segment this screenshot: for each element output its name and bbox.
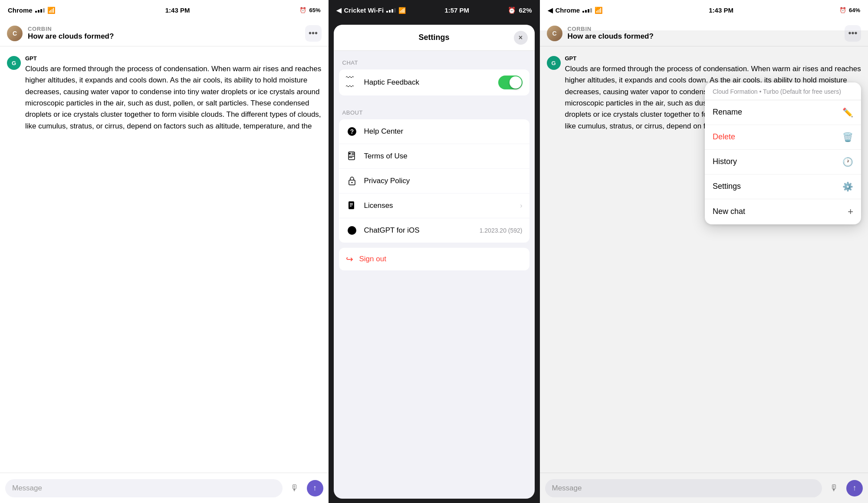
settings-about-group: ? Help Center [339, 119, 529, 243]
header-text-left: CORBIN How are clouds formed? [28, 26, 300, 41]
history-icon: 🕐 [842, 157, 853, 167]
gpt-content-left: GPT Clouds are formed through the proces… [25, 55, 322, 132]
carrier-left: Chrome [8, 7, 33, 14]
left-chat-header: C CORBIN How are clouds formed? ••• [0, 20, 329, 46]
licenses-icon [346, 200, 358, 212]
terms-of-use-label: Terms of Use [364, 152, 523, 161]
haptic-toggle[interactable] [498, 76, 523, 89]
settings-label: Settings [713, 182, 836, 191]
svg-point-14 [348, 226, 356, 235]
delete-icon: 🗑️ [842, 132, 853, 142]
new-chat-icon: + [848, 206, 853, 217]
right-status-bar: ◀ Chrome 📶 1:43 PM ⏰ 64% [540, 0, 868, 20]
new-chat-item[interactable]: New chat + [705, 199, 861, 224]
chat-input-bar-left: Message 🎙 ↑ [0, 473, 329, 503]
haptic-feedback-row[interactable]: 〰〰 Haptic Feedback [339, 69, 529, 95]
licenses-label: Licenses [364, 201, 514, 210]
help-center-label: Help Center [364, 127, 523, 136]
svg-rect-3 [349, 153, 351, 155]
battery-middle: 62% [519, 7, 532, 14]
sign-out-group: ↪ Sign out [339, 248, 529, 270]
chatgpt-ios-row[interactable]: ChatGPT for iOS 1.2023.20 (592) [339, 218, 529, 243]
time-left: 1:43 PM [165, 7, 190, 14]
context-overlay[interactable]: Cloud Formation • Turbo (Default for fre… [540, 30, 868, 503]
right-status-left: ◀ Chrome 📶 [548, 7, 603, 14]
signal-icon [35, 8, 45, 13]
terms-icon [346, 150, 358, 162]
message-input-left[interactable]: Message [5, 479, 283, 497]
header-question-left: How are clouds formed? [28, 32, 300, 41]
right-phone-panel: ◀ Chrome 📶 1:43 PM ⏰ 64% C CORBIN How ar… [540, 0, 868, 503]
settings-about-section-header: ABOUT [334, 101, 535, 119]
wifi-icon-right: 📶 [595, 7, 603, 14]
help-center-row[interactable]: ? Help Center [339, 119, 529, 144]
back-arrow-icon: ◀ [336, 7, 342, 14]
avatar-left: C [7, 26, 23, 41]
right-status-right: ⏰ 64% [839, 7, 860, 13]
history-label: History [713, 157, 836, 166]
settings-modal-header: Settings × [334, 25, 535, 51]
new-chat-label: New chat [713, 207, 842, 216]
alarm-icon-right: ⏰ [839, 7, 846, 13]
delete-label: Delete [713, 132, 836, 141]
rename-item[interactable]: Rename ✏️ [705, 100, 861, 125]
battery-right: 64% [849, 7, 860, 13]
left-status-bar: Chrome 📶 1:43 PM ⏰ 65% [0, 0, 329, 20]
time-middle: 1:57 PM [444, 7, 469, 14]
version-label: 1.2023.20 (592) [480, 227, 523, 234]
settings-body: CHAT 〰〰 Haptic Feedback ABOUT [334, 51, 535, 499]
terms-of-use-row[interactable]: Terms of Use [339, 144, 529, 169]
settings-item[interactable]: Settings ⚙️ [705, 174, 861, 199]
settings-gear-icon: ⚙️ [842, 181, 853, 192]
battery-left: 65% [309, 7, 320, 13]
gpt-text-left: Clouds are formed through the process of… [25, 63, 322, 132]
settings-modal: Settings × CHAT 〰〰 Haptic Feedback ABOUT [334, 25, 535, 499]
chatgpt-icon [346, 224, 358, 237]
privacy-policy-row[interactable]: Privacy Policy [339, 169, 529, 194]
licenses-row[interactable]: Licenses › [339, 194, 529, 218]
more-button-left[interactable]: ••• [305, 25, 322, 42]
context-subtitle: Cloud Formation • Turbo (Default for fre… [705, 82, 861, 100]
settings-close-button[interactable]: × [514, 31, 528, 45]
voice-icon-left[interactable]: 🎙 [287, 480, 302, 496]
rename-label: Rename [713, 108, 836, 117]
sign-out-icon: ↪ [346, 254, 353, 264]
carrier-right: Chrome [556, 7, 580, 14]
gpt-label-left: GPT [25, 55, 322, 62]
haptic-icon: 〰〰 [346, 76, 358, 89]
gpt-avatar-left: G [7, 56, 21, 70]
chat-body-left: G GPT Clouds are formed through the proc… [0, 46, 329, 473]
time-right: 1:43 PM [709, 7, 733, 14]
rename-icon: ✏️ [842, 107, 853, 118]
privacy-policy-label: Privacy Policy [364, 177, 523, 185]
svg-rect-10 [349, 201, 354, 209]
settings-chat-section-header: CHAT [334, 51, 535, 69]
send-button-left[interactable]: ↑ [307, 480, 323, 496]
licenses-chevron-icon: › [520, 202, 522, 210]
help-icon: ? [346, 125, 358, 138]
settings-title: Settings [418, 33, 449, 42]
chatgpt-ios-label: ChatGPT for iOS [364, 226, 473, 235]
delete-item[interactable]: Delete 🗑️ [705, 125, 861, 150]
sign-out-row[interactable]: ↪ Sign out [339, 248, 529, 270]
svg-point-9 [351, 182, 352, 183]
history-item[interactable]: History 🕐 [705, 150, 861, 174]
wifi-icon-middle: 📶 [398, 7, 406, 14]
alarm-icon: ⏰ [299, 7, 306, 13]
header-username-left: CORBIN [28, 26, 300, 32]
gpt-row-left: G GPT Clouds are formed through the proc… [7, 55, 322, 132]
toggle-knob [510, 76, 522, 89]
context-menu: Cloud Formation • Turbo (Default for fre… [705, 82, 861, 224]
alarm-icon-middle: ⏰ [508, 7, 516, 14]
settings-status-right: ⏰ 62% [508, 7, 532, 14]
status-left: Chrome 📶 [8, 7, 56, 14]
settings-panel: ◀ Cricket Wi-Fi 📶 1:57 PM ⏰ 62% Settings… [329, 0, 540, 503]
signal-icon-right [582, 8, 592, 13]
haptic-feedback-label: Haptic Feedback [364, 78, 492, 87]
carrier-middle: Cricket Wi-Fi [344, 7, 384, 14]
wifi-icon: 📶 [47, 7, 56, 14]
left-phone-panel: Chrome 📶 1:43 PM ⏰ 65% C CORBIN How are … [0, 0, 329, 503]
signal-icon-middle [386, 8, 396, 13]
privacy-icon [346, 175, 358, 187]
status-right: ⏰ 65% [299, 7, 320, 13]
